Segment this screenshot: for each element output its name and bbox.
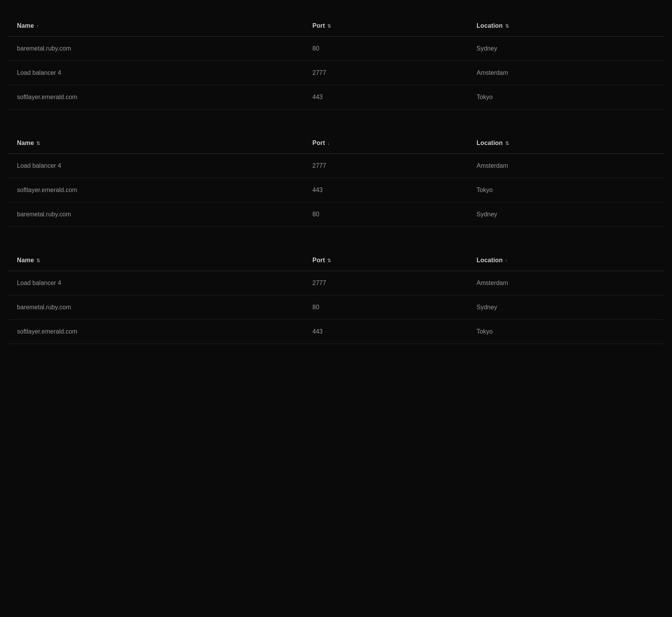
cell-location: Amsterdam [467,271,664,295]
column-header-name[interactable]: Name⇅ [8,250,303,271]
table-header-row: Name⇅Port↓Location⇅ [8,133,664,154]
cell-name: Load balancer 4 [8,271,303,295]
column-header-port[interactable]: Port⇅ [303,15,467,37]
cell-location: Sydney [467,37,664,61]
sort-icon-location[interactable]: ⇅ [505,24,509,29]
column-header-location[interactable]: Location⇅ [467,133,664,154]
table-row: Load balancer 42777Amsterdam [8,61,664,85]
column-label-name: Name [17,22,34,29]
column-label-port: Port [312,257,325,263]
cell-name: softlayer.emerald.com [8,178,303,202]
table-row: Load balancer 42777Amsterdam [8,154,664,178]
sort-icon-location[interactable]: ⇅ [505,141,509,146]
cell-port: 443 [303,85,467,110]
table-section-1: Name↑Port⇅Location⇅baremetal.ruby.com80S… [8,15,664,110]
cell-port: 2777 [303,61,467,85]
cell-name: baremetal.ruby.com [8,37,303,61]
cell-name: softlayer.emerald.com [8,320,303,344]
cell-port: 80 [303,202,467,227]
table-row: baremetal.ruby.com80Sydney [8,202,664,227]
cell-port: 443 [303,320,467,344]
table-row: softlayer.emerald.com443Tokyo [8,178,664,202]
column-header-location[interactable]: Location⇅ [467,15,664,37]
data-table-1: Name↑Port⇅Location⇅baremetal.ruby.com80S… [8,15,664,110]
cell-port: 2777 [303,271,467,295]
table-row: baremetal.ruby.com80Sydney [8,295,664,320]
cell-port: 2777 [303,154,467,178]
cell-name: baremetal.ruby.com [8,295,303,320]
sort-icon-name[interactable]: ⇅ [36,141,40,146]
table-section-2: Name⇅Port↓Location⇅Load balancer 42777Am… [8,133,664,227]
sort-icon-name[interactable]: ⇅ [36,258,40,263]
cell-name: Load balancer 4 [8,154,303,178]
data-table-3: Name⇅Port⇅Location↑Load balancer 42777Am… [8,250,664,344]
column-header-port[interactable]: Port↓ [303,133,467,154]
cell-location: Sydney [467,202,664,227]
column-header-name[interactable]: Name↑ [8,15,303,37]
cell-port: 80 [303,295,467,320]
column-header-name[interactable]: Name⇅ [8,133,303,154]
table-row: baremetal.ruby.com80Sydney [8,37,664,61]
sort-icon-port[interactable]: ↓ [327,141,329,146]
cell-location: Tokyo [467,85,664,110]
cell-port: 80 [303,37,467,61]
cell-name: baremetal.ruby.com [8,202,303,227]
table-row: softlayer.emerald.com443Tokyo [8,320,664,344]
cell-location: Amsterdam [467,154,664,178]
cell-location: Sydney [467,295,664,320]
table-row: softlayer.emerald.com443Tokyo [8,85,664,110]
column-label-port: Port [312,22,325,29]
cell-name: Load balancer 4 [8,61,303,85]
table-row: Load balancer 42777Amsterdam [8,271,664,295]
page-container: Name↑Port⇅Location⇅baremetal.ruby.com80S… [0,0,672,359]
cell-location: Tokyo [467,178,664,202]
column-label-location: Location [477,257,503,263]
table-header-row: Name⇅Port⇅Location↑ [8,250,664,271]
cell-name: softlayer.emerald.com [8,85,303,110]
sort-icon-port[interactable]: ⇅ [327,24,331,29]
cell-port: 443 [303,178,467,202]
sort-icon-name[interactable]: ↑ [36,24,39,29]
cell-location: Tokyo [467,320,664,344]
column-label-name: Name [17,140,34,146]
table-header-row: Name↑Port⇅Location⇅ [8,15,664,37]
column-label-location: Location [477,22,503,29]
sort-icon-location[interactable]: ↑ [505,258,507,263]
data-table-2: Name⇅Port↓Location⇅Load balancer 42777Am… [8,133,664,227]
column-label-name: Name [17,257,34,263]
column-label-location: Location [477,140,503,146]
column-header-port[interactable]: Port⇅ [303,250,467,271]
sort-icon-port[interactable]: ⇅ [327,258,331,263]
cell-location: Amsterdam [467,61,664,85]
table-section-3: Name⇅Port⇅Location↑Load balancer 42777Am… [8,250,664,344]
column-header-location[interactable]: Location↑ [467,250,664,271]
column-label-port: Port [312,140,325,146]
